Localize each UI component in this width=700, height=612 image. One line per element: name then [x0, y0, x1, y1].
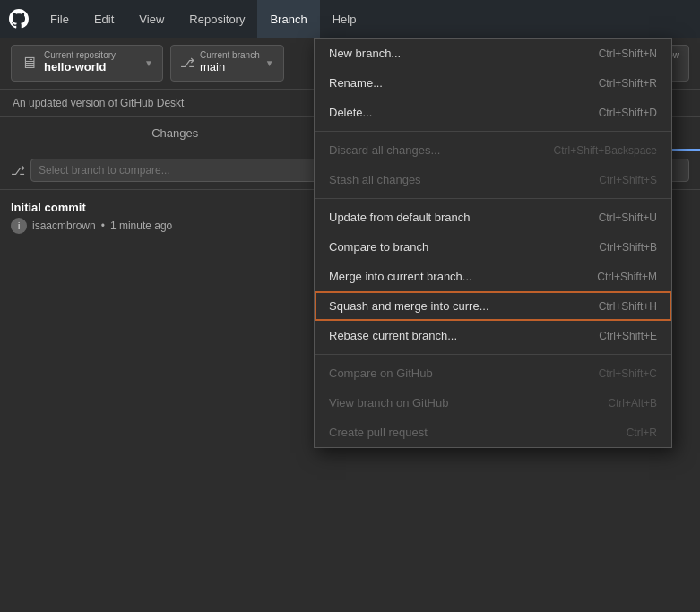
menu-item-shortcut: Ctrl+Shift+U: [599, 211, 657, 224]
menu-item-view[interactable]: View: [126, 0, 177, 38]
menu-item-branch[interactable]: Branch: [257, 0, 319, 38]
chevron-down-icon: ▼: [144, 58, 153, 68]
commit-bullet: •: [101, 220, 105, 232]
menu-item-help[interactable]: Help: [320, 0, 369, 38]
menu-item-label: Discard all changes...: [329, 143, 440, 157]
menu-item-shortcut: Ctrl+Shift+Backspace: [554, 144, 657, 157]
menu-item-shortcut: Ctrl+Shift+S: [599, 174, 657, 186]
menu-item-shortcut: Ctrl+Shift+R: [599, 77, 657, 90]
compare-branch-icon: ⎇: [11, 163, 25, 177]
menu-bar: File Edit View Repository Branch Help: [38, 0, 368, 38]
avatar: i: [11, 218, 27, 234]
chevron-down-icon-branch: ▼: [265, 58, 274, 68]
menu-item-new-branch[interactable]: New branch...Ctrl+Shift+N: [315, 39, 671, 68]
menu-item-shortcut: Ctrl+Shift+H: [599, 300, 657, 313]
menu-item-label: Compare to branch: [329, 240, 428, 254]
menu-item-shortcut: Ctrl+Shift+E: [599, 330, 657, 342]
menu-item-stash-all: Stash all changesCtrl+Shift+S: [315, 165, 671, 194]
repo-label: Current repository: [44, 51, 116, 60]
update-text: An updated version of GitHub Deskt: [13, 97, 184, 109]
commit-time: 1 minute ago: [110, 220, 172, 232]
tab-changes[interactable]: Changes: [0, 117, 350, 151]
menu-item-label: Delete...: [329, 106, 372, 119]
github-logo-container: [0, 0, 38, 38]
branch-info: Current branch main: [200, 51, 260, 75]
repo-name: hello-world: [44, 60, 116, 75]
menu-item-shortcut: Ctrl+Shift+B: [599, 241, 657, 254]
menu-item-shortcut: Ctrl+Alt+B: [608, 397, 657, 409]
menu-item-label: Update from default branch: [329, 211, 471, 224]
menu-item-repository[interactable]: Repository: [177, 0, 257, 38]
menu-item-label: Merge into current branch...: [329, 270, 472, 283]
menu-item-shortcut: Ctrl+R: [627, 427, 657, 439]
menu-item-rename[interactable]: Rename...Ctrl+Shift+R: [315, 68, 671, 98]
commit-author: isaacmbrown: [32, 220, 96, 232]
menu-item-discard-all: Discard all changes...Ctrl+Shift+Backspa…: [315, 135, 671, 165]
menu-item-label: Rebase current branch...: [329, 329, 457, 342]
menu-item-label: Squash and merge into curre...: [329, 299, 489, 313]
menu-item-rebase-current[interactable]: Rebase current branch...Ctrl+Shift+E: [315, 321, 671, 350]
branch-dropdown-menu: New branch...Ctrl+Shift+NRename...Ctrl+S…: [314, 38, 672, 448]
menu-item-compare-branch[interactable]: Compare to branchCtrl+Shift+B: [315, 232, 671, 262]
menu-item-create-pr: Create pull requestCtrl+R: [315, 418, 671, 447]
menu-item-shortcut: Ctrl+Shift+C: [599, 367, 657, 380]
menu-item-label: Stash all changes: [329, 173, 421, 186]
github-icon: [9, 9, 29, 29]
menu-item-view-github: View branch on GitHubCtrl+Alt+B: [315, 388, 671, 418]
menu-item-label: View branch on GitHub: [329, 396, 448, 409]
menu-item-merge-current[interactable]: Merge into current branch...Ctrl+Shift+M: [315, 262, 671, 291]
monitor-icon: 🖥: [21, 54, 37, 73]
branch-icon: ⎇: [180, 56, 194, 70]
menu-item-update-default[interactable]: Update from default branchCtrl+Shift+U: [315, 203, 671, 232]
repo-info: Current repository hello-world: [44, 51, 116, 75]
title-bar: File Edit View Repository Branch Help: [0, 0, 700, 38]
menu-item-shortcut: Ctrl+Shift+D: [599, 107, 657, 119]
menu-item-label: Rename...: [329, 76, 383, 90]
menu-item-label: Compare on GitHub: [329, 366, 433, 380]
current-repo-button[interactable]: 🖥 Current repository hello-world ▼: [11, 45, 163, 82]
menu-item-delete[interactable]: Delete...Ctrl+Shift+D: [315, 98, 671, 127]
menu-item-edit[interactable]: Edit: [82, 0, 126, 38]
menu-item-squash-merge[interactable]: Squash and merge into curre...Ctrl+Shift…: [315, 291, 671, 321]
menu-divider: [315, 354, 671, 355]
menu-item-label: New branch...: [329, 47, 401, 60]
menu-item-compare-github: Compare on GitHubCtrl+Shift+C: [315, 358, 671, 388]
menu-item-shortcut: Ctrl+Shift+N: [599, 47, 657, 60]
branch-label: Current branch: [200, 51, 260, 60]
branch-name: main: [200, 60, 260, 75]
menu-item-label: Create pull request: [329, 426, 428, 439]
menu-divider: [315, 131, 671, 132]
menu-item-file[interactable]: File: [38, 0, 82, 38]
menu-item-shortcut: Ctrl+Shift+M: [597, 271, 657, 283]
menu-divider: [315, 198, 671, 199]
current-branch-button[interactable]: ⎇ Current branch main ▼: [170, 45, 284, 82]
